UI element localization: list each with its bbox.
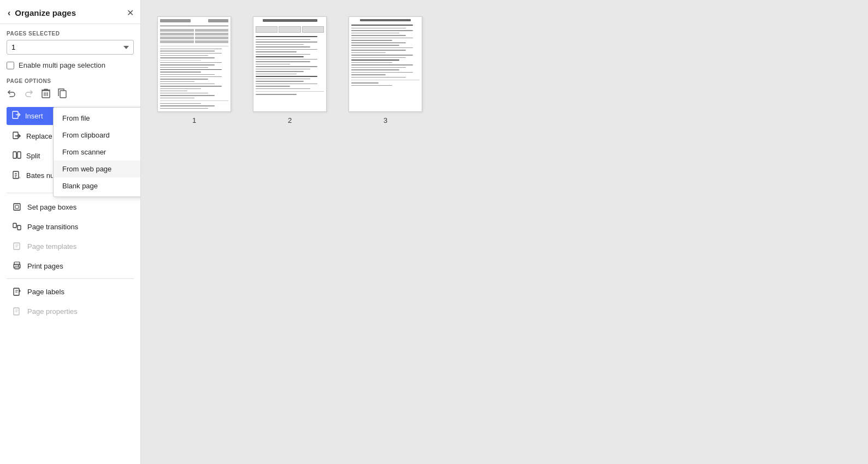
- page-thumbnail-3[interactable]: 3: [349, 16, 422, 124]
- replace-label: Replace: [26, 132, 52, 140]
- insert-dropdown-container: Insert ▾ From file From clipboard Fr: [7, 107, 134, 125]
- svg-rect-21: [15, 205, 19, 209]
- dropdown-from-scanner[interactable]: From scanner: [54, 144, 140, 160]
- redo-icon: [24, 88, 34, 100]
- page-options-label: PAGE OPTIONS: [7, 78, 134, 84]
- page-number-2: 2: [288, 116, 292, 124]
- page-number-3: 3: [383, 116, 387, 124]
- page-transitions-label: Page transitions: [27, 223, 78, 231]
- svg-rect-12: [13, 152, 16, 158]
- set-page-boxes-label: Set page boxes: [27, 203, 76, 211]
- page-properties-icon: [12, 306, 22, 316]
- dropdown-from-clipboard[interactable]: From clipboard: [54, 127, 140, 144]
- page-transitions-icon: [12, 222, 22, 231]
- svg-rect-20: [14, 204, 20, 210]
- from-clipboard-label: From clipboard: [62, 131, 110, 139]
- insert-dropdown-menu: From file From clipboard From scanner Fr…: [53, 107, 140, 197]
- from-web-page-label: From web page: [62, 165, 111, 173]
- page-transitions-item[interactable]: Page transitions: [7, 217, 134, 236]
- multi-page-checkbox[interactable]: [7, 62, 14, 69]
- copy-icon[interactable]: [58, 88, 67, 100]
- print-pages-label: Print pages: [27, 262, 63, 270]
- dropdown-blank-page[interactable]: Blank page: [54, 177, 140, 194]
- svg-rect-22: [13, 223, 16, 228]
- page-properties-item: Page properties: [7, 302, 134, 320]
- dropdown-from-web-page[interactable]: From web page: [54, 160, 140, 177]
- sidebar-body: PAGES SELECTED 1 2 3 Enable multi page s…: [0, 24, 140, 464]
- main-content: 1: [141, 0, 868, 464]
- page-thumb-img-1: [157, 16, 231, 112]
- page-thumbnail-1[interactable]: 1: [157, 16, 231, 124]
- page-labels-item[interactable]: Page labels: [7, 282, 134, 301]
- divider-2: [7, 278, 134, 279]
- back-icon[interactable]: ‹: [8, 8, 10, 18]
- delete-icon[interactable]: [42, 88, 50, 100]
- insert-icon: [12, 111, 21, 121]
- blank-page-label: Blank page: [62, 182, 98, 190]
- set-page-boxes-item[interactable]: Set page boxes: [7, 198, 134, 216]
- panel-title-row: ‹ Organize pages: [8, 8, 76, 18]
- from-file-label: From file: [62, 114, 90, 122]
- toolbar-icons: [7, 88, 134, 100]
- page-select-dropdown[interactable]: 1 2 3: [7, 40, 134, 55]
- insert-button-label: Insert: [25, 112, 43, 120]
- svg-rect-10: [13, 132, 18, 139]
- split-icon: [12, 151, 22, 160]
- undo-icon[interactable]: [7, 88, 16, 100]
- page-labels-icon: [12, 287, 22, 296]
- page-number-1: 1: [192, 116, 196, 124]
- print-pages-icon: [12, 261, 22, 271]
- svg-text:n: n: [19, 176, 20, 179]
- action-buttons: Insert ▾ From file From clipboard Fr: [7, 107, 134, 184]
- split-label: Split: [26, 152, 40, 160]
- page-templates-icon: [12, 241, 22, 251]
- dropdown-from-file[interactable]: From file: [54, 110, 140, 127]
- page-templates-item: Page templates: [7, 237, 134, 255]
- page-thumb-img-3: [349, 16, 422, 112]
- set-page-boxes-icon: [12, 202, 22, 212]
- bates-icon: n: [12, 170, 22, 180]
- svg-rect-5: [60, 91, 66, 98]
- svg-rect-23: [17, 225, 21, 230]
- close-button[interactable]: ✕: [127, 8, 134, 18]
- page-thumb-img-2: [253, 16, 327, 112]
- page-thumbnail-2[interactable]: 2: [253, 16, 327, 124]
- page-templates-label: Page templates: [27, 242, 76, 251]
- replace-icon: [12, 131, 22, 141]
- svg-rect-25: [14, 243, 20, 249]
- page-select-row: 1 2 3: [7, 40, 134, 55]
- organize-pages-panel: ‹ Organize pages ✕ PAGES SELECTED 1 2 3 …: [0, 0, 141, 464]
- pages-selected-label: PAGES SELECTED: [7, 31, 134, 37]
- sidebar-header: ‹ Organize pages ✕: [0, 0, 140, 24]
- svg-point-31: [18, 265, 19, 266]
- page-properties-label: Page properties: [27, 307, 78, 316]
- print-pages-item[interactable]: Print pages: [7, 257, 134, 275]
- menu-item-list: Set page boxes Page transitions: [7, 198, 134, 275]
- multi-page-checkbox-row: Enable multi page selection: [7, 61, 134, 69]
- page-labels-label: Page labels: [27, 288, 64, 296]
- menu-item-list-2: Page labels Page properties: [7, 282, 134, 320]
- panel-title: Organize pages: [15, 8, 76, 17]
- svg-rect-13: [17, 152, 21, 158]
- multi-page-label: Enable multi page selection: [19, 61, 105, 69]
- from-scanner-label: From scanner: [62, 148, 106, 156]
